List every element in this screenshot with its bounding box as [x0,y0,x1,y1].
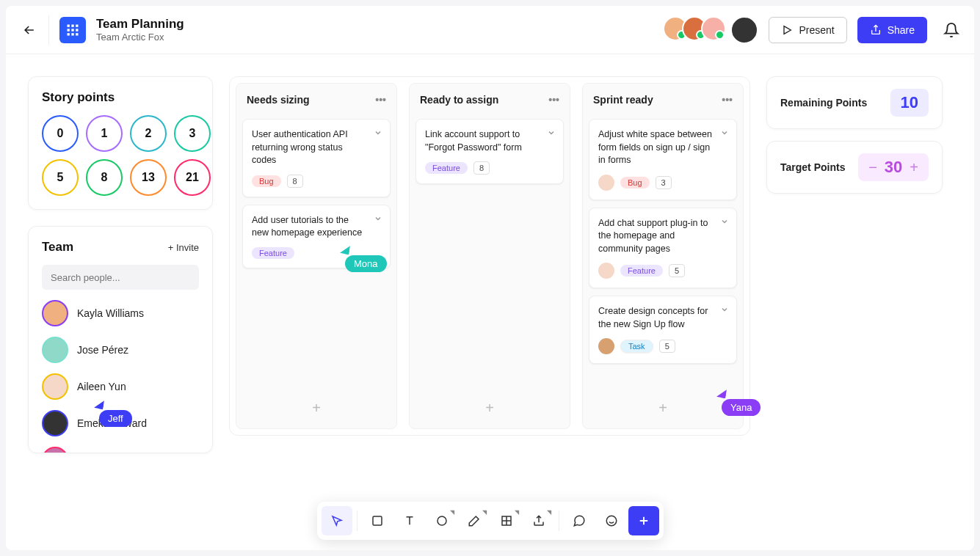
team-member[interactable]: Aileen Yun [42,373,199,400]
story-point-chip-2[interactable]: 2 [130,115,167,152]
add-card-button[interactable]: + [415,394,564,423]
column-menu-button[interactable]: ••• [548,94,559,106]
svg-rect-2 [76,24,78,26]
task-title: Create design concepts for the new Sign … [598,305,727,331]
left-sidebar: Story points 0123581321 Team + Invite Ka… [28,76,213,453]
search-input[interactable] [42,265,199,290]
task-tag: Bug [252,175,281,187]
collaborator-avatar[interactable] [730,16,758,44]
task-card[interactable]: User authentication API returning wrong … [242,119,391,197]
avatar [42,337,68,363]
story-point-chip-5[interactable]: 5 [42,159,79,196]
task-title: Adjust white space between form fields o… [598,128,727,167]
board-title[interactable]: Team Planning [96,17,184,32]
app-logo-icon[interactable] [59,17,86,43]
emoji-tool[interactable] [596,506,627,535]
team-member[interactable]: Emeka Edward [42,410,199,436]
collaborator-avatars [669,16,758,44]
remaining-points-card: Remaining Points 10 [766,76,943,129]
avatar [42,410,68,436]
svg-rect-1 [71,24,73,26]
story-point-chip-3[interactable]: 3 [174,115,211,152]
main: Story points 0123581321 Team + Invite Ka… [6,54,974,453]
target-label: Target Points [780,161,845,173]
invite-button[interactable]: + Invite [168,242,199,253]
kanban-board[interactable]: Needs sizing•••User authentication API r… [229,76,750,436]
right-sidebar: Remaining Points 10 Target Points − 30 + [766,76,943,194]
sticky-tool[interactable] [362,506,393,535]
comment-tool[interactable] [564,506,595,535]
add-card-button[interactable]: + [242,394,391,423]
team-member[interactable]: Sandy Moreau [42,447,199,453]
member-name: Kayla Williams [77,307,144,319]
present-button[interactable]: Present [769,17,846,43]
shape-tool[interactable]: ◥ [427,506,457,535]
text-tool[interactable] [394,506,425,535]
task-tag: Bug [620,177,650,189]
svg-rect-6 [68,33,70,35]
assignee-avatar [598,263,614,279]
assignee-avatar [598,338,614,354]
task-points: 8 [287,175,303,188]
grid-tool[interactable]: ◥ [491,506,522,535]
pen-tool[interactable]: ◥ [459,506,490,535]
story-point-chip-13[interactable]: 13 [130,159,167,196]
task-points: 5 [659,340,675,353]
collaborator-avatar[interactable] [701,16,726,41]
avatar [42,300,68,326]
column-title: Needs sizing [247,94,310,106]
task-card[interactable]: Add user tutorials to the new homepage e… [242,205,391,268]
chevron-down-icon[interactable] [720,304,729,317]
team-member[interactable]: Jose Pérez [42,337,199,363]
story-points-title: Story points [42,90,199,105]
board-column: Ready to assign•••Link account support t… [409,83,570,429]
task-card[interactable]: Create design concepts for the new Sign … [589,296,737,364]
story-point-chip-21[interactable]: 21 [174,159,211,196]
story-point-chip-1[interactable]: 1 [86,115,123,152]
app-root: Team Planning Team Arctic Fox Present Sh… [6,6,974,550]
chevron-down-icon[interactable] [374,213,382,226]
chevron-down-icon[interactable] [547,127,556,140]
task-card[interactable]: Link account support to "Forgot Password… [415,119,564,184]
remaining-value: 10 [890,89,929,117]
chevron-down-icon[interactable] [720,216,729,229]
board-column: Sprint ready•••Adjust white space betwee… [582,83,744,429]
target-points-card: Target Points − 30 + [766,141,943,194]
chevron-down-icon[interactable] [374,127,382,140]
people-list: Kayla WilliamsJose PérezAileen YunEmeka … [42,300,199,453]
avatar [42,447,68,453]
story-point-chip-8[interactable]: 8 [86,159,123,196]
team-member[interactable]: Kayla Williams [42,300,199,326]
back-button[interactable] [21,21,38,39]
svg-rect-4 [71,29,73,31]
team-card: Team + Invite Kayla WilliamsJose PérezAi… [28,226,213,453]
present-label: Present [799,24,834,36]
svg-rect-7 [71,33,73,35]
column-menu-button[interactable]: ••• [375,94,386,106]
avatar [42,373,68,400]
add-tool[interactable] [628,506,659,535]
task-points: 8 [473,161,490,175]
target-stepper: − 30 + [858,153,929,181]
board-subtitle[interactable]: Team Arctic Fox [96,32,184,43]
chevron-down-icon[interactable] [720,127,729,140]
task-card[interactable]: Add chat support plug-in to the homepage… [589,208,737,289]
task-card[interactable]: Adjust white space between form fields o… [589,119,737,200]
share-icon [870,24,882,36]
column-menu-button[interactable]: ••• [722,94,733,106]
board-column: Needs sizing•••User authentication API r… [236,83,397,429]
notifications-button[interactable] [943,22,959,38]
target-value: 30 [885,158,902,177]
target-increment[interactable]: + [910,159,918,176]
share-button[interactable]: Share [857,17,927,43]
svg-rect-8 [76,33,78,35]
story-point-chip-0[interactable]: 0 [42,115,79,152]
divider [48,15,49,45]
svg-rect-0 [68,24,70,26]
select-tool[interactable] [322,506,352,535]
export-tool[interactable]: ◥ [523,506,554,535]
target-decrement[interactable]: − [868,159,877,176]
task-title: Add user tutorials to the new homepage e… [252,214,381,240]
add-card-button[interactable]: + [589,394,737,423]
svg-rect-5 [76,29,78,31]
